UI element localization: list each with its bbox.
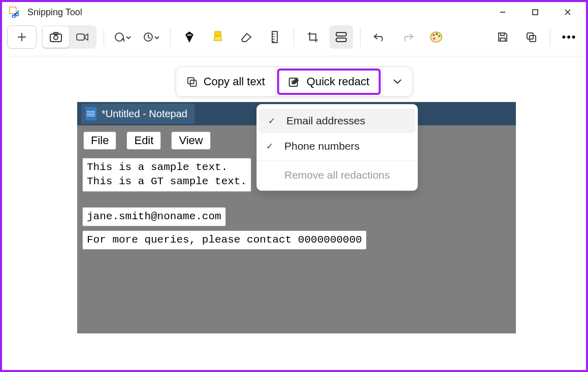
notepad-menu-view: View [171,131,210,150]
svg-point-17 [436,33,438,35]
canvas-area: *Untitled - Notepad File Edit View This … [2,56,586,368]
doc-text-chunk: This is a sample text. This is a GT samp… [82,158,251,192]
minimize-button[interactable] [486,2,519,22]
divider [293,28,294,46]
doc-text-chunk: For more queries, please contact 0000000… [82,230,367,250]
svg-rect-0 [10,7,16,14]
delay-button[interactable] [140,25,163,49]
svg-rect-8 [77,34,84,40]
text-actions-button[interactable] [330,25,353,49]
quick-redact-highlight: Quick redact [277,69,381,95]
crop-button[interactable] [301,25,324,49]
divider [550,28,550,46]
dropdown-item-label: Remove all redactions [284,169,390,181]
svg-rect-21 [501,33,504,36]
undo-button[interactable] [368,25,391,49]
notepad-icon [85,107,96,120]
app-icon [9,7,20,18]
svg-point-19 [433,38,435,40]
checkmark-icon: ✓ [268,116,277,126]
save-button[interactable] [491,25,514,49]
svg-point-18 [438,35,440,37]
maximize-button[interactable] [519,2,551,22]
highlighter-button[interactable] [206,25,230,49]
redo-button[interactable] [396,25,419,49]
ruler-button[interactable] [263,25,286,49]
notepad-menu-file: File [83,131,116,150]
dropdown-separator [257,160,417,161]
svg-rect-11 [215,31,221,36]
dropdown-item-phone[interactable]: ✓ Phone numbers [257,134,417,158]
titlebar: Snipping Tool [2,2,586,22]
close-button[interactable] [551,2,584,22]
svg-rect-12 [272,31,277,43]
checkmark-icon: ✓ [266,141,275,152]
quick-redact-label: Quick redact [307,75,370,88]
svg-point-9 [115,33,123,41]
text-actions-pill: Copy all text Quick redact [176,66,413,97]
shape-picker-button[interactable] [111,25,135,49]
svg-rect-14 [336,38,346,42]
doc-text-chunk: jane.smith@noname.com [82,207,226,226]
copy-button[interactable] [519,25,543,49]
svg-rect-4 [533,10,538,15]
divider [104,28,104,46]
toolbar: ••• [2,22,586,56]
mode-image-button[interactable] [43,26,69,48]
app-title: Snipping Tool [27,7,82,18]
new-snip-button[interactable] [7,25,37,49]
notepad-menu-edit: Edit [126,131,161,150]
divider [170,28,171,46]
quick-redact-dropdown-toggle[interactable] [382,67,412,96]
notepad-tab: *Untitled - Notepad [81,104,194,124]
quick-redact-dropdown: ✓ Email addresses ✓ Phone numbers Remove… [256,104,418,191]
copy-all-text-button[interactable]: Copy all text [176,67,275,96]
svg-point-16 [433,34,435,36]
eraser-button[interactable] [235,25,258,49]
copy-all-text-label: Copy all text [204,75,265,88]
svg-rect-20 [500,38,505,41]
more-button[interactable]: ••• [558,25,581,49]
mode-video-button[interactable] [69,26,95,48]
dropdown-item-remove-all[interactable]: Remove all redactions [257,163,417,187]
mode-segmented [42,25,96,49]
divider [360,28,361,46]
svg-rect-13 [336,32,346,36]
dropdown-item-label: Phone numbers [284,140,360,152]
dropdown-item-email[interactable]: ✓ Email addresses [259,109,415,133]
dropdown-item-label: Email addresses [286,115,365,127]
quick-redact-button[interactable]: Quick redact [279,75,379,88]
notepad-tab-title: *Untitled - Notepad [102,108,187,120]
edit-in-paint-button[interactable] [424,25,448,49]
pen-button[interactable] [178,25,201,49]
svg-point-6 [54,36,58,40]
